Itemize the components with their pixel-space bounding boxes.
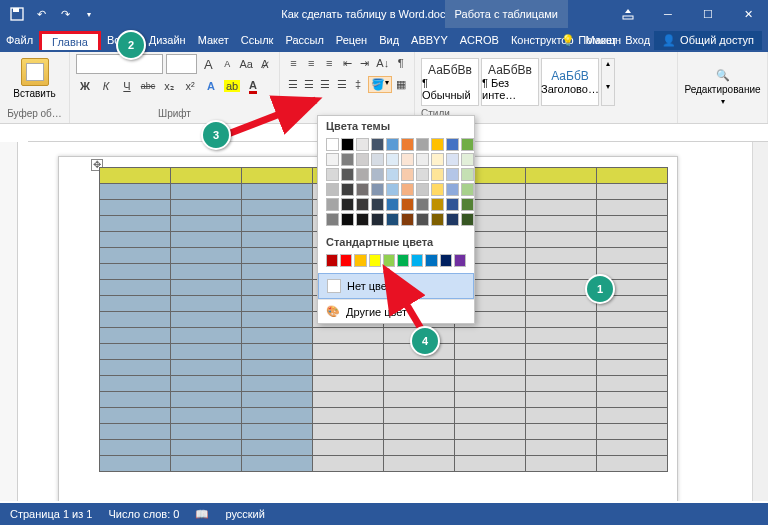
- tab-acrobat[interactable]: ACROB: [454, 30, 505, 50]
- borders-button[interactable]: ▦: [395, 75, 408, 93]
- color-swatch[interactable]: [416, 138, 429, 151]
- table-cell[interactable]: [242, 200, 313, 216]
- color-swatch[interactable]: [416, 213, 429, 226]
- tab-mailings[interactable]: Рассыл: [279, 30, 329, 50]
- styles-expand[interactable]: ▴▾: [601, 58, 615, 106]
- table-cell[interactable]: [455, 392, 526, 408]
- table-cell[interactable]: [242, 408, 313, 424]
- color-swatch[interactable]: [461, 198, 474, 211]
- table-cell[interactable]: [526, 376, 597, 392]
- bullets-button[interactable]: ≡: [286, 54, 301, 72]
- table-cell[interactable]: [242, 184, 313, 200]
- color-swatch[interactable]: [461, 138, 474, 151]
- table-cell[interactable]: [171, 200, 242, 216]
- shading-button[interactable]: 🪣▾: [368, 76, 392, 93]
- color-swatch[interactable]: [431, 183, 444, 196]
- color-swatch[interactable]: [356, 138, 369, 151]
- table-cell[interactable]: [100, 376, 171, 392]
- table-cell[interactable]: [526, 424, 597, 440]
- table-cell[interactable]: [171, 360, 242, 376]
- table-cell[interactable]: [242, 264, 313, 280]
- color-swatch[interactable]: [354, 254, 366, 267]
- align-left-button[interactable]: ☰: [286, 75, 299, 93]
- table-cell[interactable]: [100, 232, 171, 248]
- table-cell[interactable]: [171, 328, 242, 344]
- table-cell[interactable]: [242, 376, 313, 392]
- tab-home[interactable]: Главна: [39, 31, 101, 50]
- maximize-button[interactable]: ☐: [688, 0, 728, 28]
- table-cell[interactable]: [597, 184, 668, 200]
- color-swatch[interactable]: [431, 198, 444, 211]
- color-swatch[interactable]: [446, 168, 459, 181]
- color-swatch[interactable]: [326, 153, 339, 166]
- sort-button[interactable]: A↓: [375, 54, 390, 72]
- table-cell[interactable]: [242, 216, 313, 232]
- table-cell[interactable]: [597, 424, 668, 440]
- close-button[interactable]: ✕: [728, 0, 768, 28]
- table-cell[interactable]: [597, 456, 668, 472]
- table-cell[interactable]: [242, 456, 313, 472]
- table-cell[interactable]: [100, 168, 171, 184]
- page-indicator[interactable]: Страница 1 из 1: [10, 508, 92, 520]
- table-cell[interactable]: [171, 232, 242, 248]
- table-cell[interactable]: [313, 440, 384, 456]
- table-cell[interactable]: [526, 264, 597, 280]
- table-cell[interactable]: [100, 440, 171, 456]
- color-swatch[interactable]: [356, 198, 369, 211]
- table-cell[interactable]: [171, 408, 242, 424]
- table-cell[interactable]: [526, 248, 597, 264]
- table-cell[interactable]: [171, 248, 242, 264]
- ribbon-options-icon[interactable]: [608, 0, 648, 28]
- superscript-button[interactable]: x²: [181, 77, 199, 95]
- save-icon[interactable]: [6, 3, 28, 25]
- color-swatch[interactable]: [356, 168, 369, 181]
- sign-in[interactable]: Вход: [625, 34, 650, 46]
- table-cell[interactable]: [526, 456, 597, 472]
- increase-indent-button[interactable]: ⇥: [357, 54, 372, 72]
- table-cell[interactable]: [171, 456, 242, 472]
- table-cell[interactable]: [171, 392, 242, 408]
- table-cell[interactable]: [597, 168, 668, 184]
- color-swatch[interactable]: [386, 213, 399, 226]
- tab-layout[interactable]: Макет: [192, 30, 235, 50]
- table-cell[interactable]: [171, 280, 242, 296]
- table-cell[interactable]: [171, 312, 242, 328]
- table-cell[interactable]: [526, 408, 597, 424]
- table-cell[interactable]: [384, 360, 455, 376]
- color-swatch[interactable]: [341, 153, 354, 166]
- table-cell[interactable]: [100, 392, 171, 408]
- numbering-button[interactable]: ≡: [304, 54, 319, 72]
- color-swatch[interactable]: [454, 254, 466, 267]
- table-cell[interactable]: [100, 248, 171, 264]
- color-swatch[interactable]: [326, 213, 339, 226]
- redo-icon[interactable]: ↷: [54, 3, 76, 25]
- color-swatch[interactable]: [446, 138, 459, 151]
- share-button[interactable]: 👤Общий доступ: [654, 31, 762, 50]
- table-cell[interactable]: [384, 440, 455, 456]
- underline-button[interactable]: Ч: [118, 77, 136, 95]
- color-swatch[interactable]: [461, 168, 474, 181]
- color-swatch[interactable]: [416, 198, 429, 211]
- line-spacing-button[interactable]: ‡: [351, 75, 364, 93]
- table-cell[interactable]: [171, 344, 242, 360]
- table-cell[interactable]: [384, 392, 455, 408]
- undo-icon[interactable]: ↶: [30, 3, 52, 25]
- table-cell[interactable]: [242, 232, 313, 248]
- color-swatch[interactable]: [446, 198, 459, 211]
- table-cell[interactable]: [526, 440, 597, 456]
- color-swatch[interactable]: [340, 254, 352, 267]
- table-cell[interactable]: [171, 168, 242, 184]
- color-swatch[interactable]: [386, 168, 399, 181]
- table-cell[interactable]: [526, 392, 597, 408]
- color-swatch[interactable]: [416, 168, 429, 181]
- table-cell[interactable]: [242, 312, 313, 328]
- color-swatch[interactable]: [446, 153, 459, 166]
- table-cell[interactable]: [526, 328, 597, 344]
- strike-button[interactable]: abc: [139, 77, 157, 95]
- tab-review[interactable]: Рецен: [330, 30, 373, 50]
- show-marks-button[interactable]: ¶: [393, 54, 408, 72]
- table-cell[interactable]: [526, 296, 597, 312]
- color-swatch[interactable]: [386, 138, 399, 151]
- color-swatch[interactable]: [401, 213, 414, 226]
- color-swatch[interactable]: [371, 183, 384, 196]
